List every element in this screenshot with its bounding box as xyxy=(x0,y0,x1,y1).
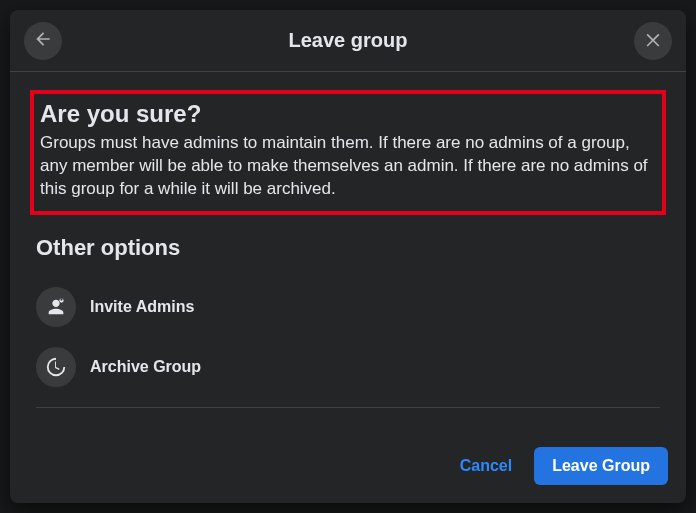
warning-highlight: Are you sure? Groups must have admins to… xyxy=(30,90,666,215)
leave-group-dialog: Leave group Are you sure? Groups must ha… xyxy=(10,10,686,503)
leave-group-button[interactable]: Leave Group xyxy=(534,447,668,485)
arrow-left-icon xyxy=(33,29,53,53)
archive-group-icon xyxy=(36,347,76,387)
dialog-title: Leave group xyxy=(289,29,408,52)
back-button[interactable] xyxy=(24,22,62,60)
dialog-footer: Cancel Leave Group xyxy=(10,433,686,503)
divider xyxy=(36,407,660,408)
other-options-title: Other options xyxy=(36,235,666,261)
dialog-header: Leave group xyxy=(10,10,686,72)
invite-admins-icon xyxy=(36,287,76,327)
close-icon xyxy=(643,29,663,53)
option-label: Archive Group xyxy=(90,358,201,376)
cancel-button[interactable]: Cancel xyxy=(446,447,526,485)
option-invite-admins[interactable]: Invite Admins xyxy=(30,277,666,337)
option-archive-group[interactable]: Archive Group xyxy=(30,337,666,397)
option-label: Invite Admins xyxy=(90,298,194,316)
dialog-content: Are you sure? Groups must have admins to… xyxy=(10,72,686,433)
close-button[interactable] xyxy=(634,22,672,60)
warning-body: Groups must have admins to maintain them… xyxy=(40,132,654,201)
warning-title: Are you sure? xyxy=(40,100,654,128)
